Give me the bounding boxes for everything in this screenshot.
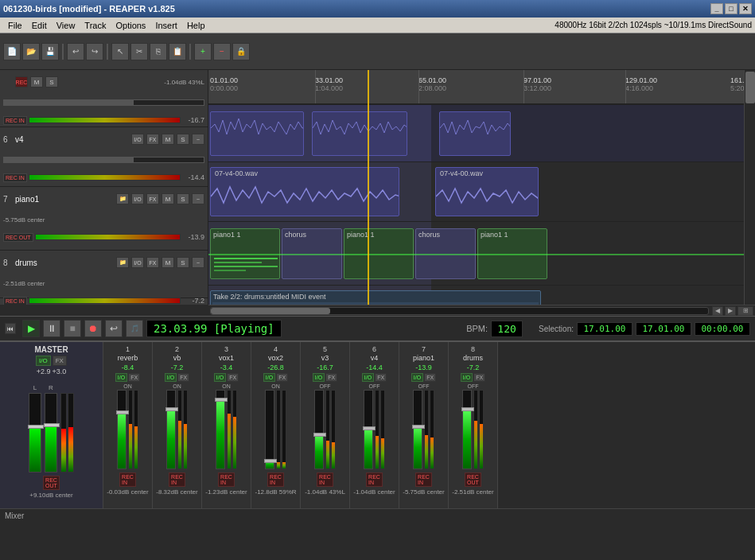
ch-5-fx[interactable]: FX [325, 373, 337, 382]
master-io-btn[interactable]: I/O [36, 356, 51, 366]
track-6-solo[interactable]: S [177, 134, 189, 145]
master-r-thumb[interactable] [44, 423, 60, 427]
track-1-solo[interactable]: S [45, 76, 58, 88]
maximize-button[interactable]: □ [725, 3, 737, 14]
menu-options[interactable]: Options [111, 19, 150, 32]
ch-1-thumb[interactable] [116, 410, 129, 414]
ch-7-rec[interactable]: RECIN [415, 472, 432, 487]
stop-button[interactable]: ■ [64, 320, 81, 337]
ch-1-fx[interactable]: FX [128, 373, 140, 382]
track-7-mute[interactable]: M [162, 193, 174, 204]
track-7-env[interactable]: ~ [192, 193, 204, 204]
track-7-io[interactable]: I/O [131, 193, 144, 204]
h-scrollbar-thumb[interactable] [211, 308, 330, 314]
ch-6-io[interactable]: I/O [362, 373, 374, 382]
ch-1-fader[interactable] [117, 390, 126, 469]
ch-3-io[interactable]: I/O [214, 373, 226, 382]
ch-3-fader[interactable] [216, 390, 225, 469]
click-button[interactable]: 🎵 [126, 320, 143, 337]
ch-5-io[interactable]: I/O [313, 373, 325, 382]
ch-8-thumb[interactable] [461, 407, 474, 411]
toolbar-redo[interactable]: ↪ [86, 43, 103, 60]
track-6-fx[interactable]: FX [146, 134, 159, 145]
menu-track[interactable]: Track [80, 19, 111, 32]
ch-4-fader[interactable] [265, 390, 274, 469]
ch-6-fx[interactable]: FX [375, 373, 387, 382]
track-7-solo[interactable]: S [177, 193, 189, 204]
ch-4-io[interactable]: I/O [263, 373, 275, 382]
ch-8-fx[interactable]: FX [473, 373, 485, 382]
track-7-folder[interactable]: 📁 [116, 193, 129, 204]
v4-clip-2[interactable]: 07-v4-00.wav [435, 167, 539, 216]
ch-2-fx[interactable]: FX [177, 373, 189, 382]
toolbar-save[interactable]: 💾 [41, 43, 59, 60]
track-6-mute[interactable]: M [162, 134, 174, 145]
audio-clip-1b[interactable] [312, 111, 407, 156]
toolbar-new[interactable]: 📄 [3, 43, 21, 60]
track-8-folder[interactable]: 📁 [116, 257, 129, 268]
ch-6-rec[interactable]: RECIN [366, 472, 383, 487]
vertical-scrollbar[interactable] [744, 70, 755, 305]
track-1-rec[interactable]: REC [15, 76, 28, 88]
scroll-left-btn[interactable]: ◀ [712, 306, 723, 316]
ch-3-fx[interactable]: FX [227, 373, 239, 382]
track-6-env[interactable]: ~ [192, 134, 204, 145]
menu-view[interactable]: View [52, 19, 80, 32]
h-scrollbar-track[interactable] [210, 307, 709, 315]
ch-1-io[interactable]: I/O [115, 373, 127, 382]
ch-6-thumb[interactable] [363, 426, 376, 430]
track-6-fader[interactable] [3, 157, 204, 163]
master-r-fader[interactable] [45, 393, 57, 472]
ch-4-rec[interactable]: RECIN [267, 472, 284, 487]
v4-clip-1[interactable]: 07-v4-00.wav [210, 167, 399, 216]
ch-8-io[interactable]: I/O [461, 373, 473, 382]
menu-edit[interactable]: Edit [27, 19, 52, 32]
ch-5-fader[interactable] [314, 390, 324, 469]
toolbar-zoom-in[interactable]: + [194, 43, 212, 60]
track-8-fx[interactable]: FX [146, 257, 159, 268]
track-8-solo[interactable]: S [177, 257, 189, 268]
track-6-io[interactable]: I/O [131, 134, 144, 145]
master-l-fader[interactable] [29, 393, 41, 472]
track-1-mute[interactable]: M [30, 76, 43, 88]
menu-insert[interactable]: Insert [150, 19, 182, 32]
toolbar-cut[interactable]: ✂ [130, 43, 148, 60]
toolbar-copy[interactable]: ⎘ [150, 43, 167, 60]
ch-3-rec[interactable]: RECIN [218, 472, 235, 487]
track-8-env[interactable]: ~ [192, 257, 204, 268]
ch-5-thumb[interactable] [313, 433, 326, 437]
toolbar-paste[interactable]: 📋 [169, 43, 186, 60]
toolbar-lock[interactable]: 🔒 [232, 43, 250, 60]
ch-8-rec[interactable]: RECOUT [465, 472, 481, 487]
sel-len[interactable]: 00:00.00 [695, 322, 750, 336]
play-button[interactable]: ▶ [22, 320, 40, 337]
ch-5-rec[interactable]: RECIN [317, 472, 333, 487]
master-l-thumb[interactable] [28, 425, 44, 429]
toolbar-open[interactable]: 📂 [22, 43, 40, 60]
go-start-btn[interactable]: ⏮ [5, 323, 16, 334]
ch-7-io[interactable]: I/O [411, 373, 423, 382]
bpm-value[interactable]: 120 [491, 321, 523, 337]
ch-2-thumb[interactable] [165, 407, 178, 411]
ch-7-fx[interactable]: FX [424, 373, 436, 382]
ch-4-fx[interactable]: FX [276, 373, 288, 382]
ch-7-thumb[interactable] [412, 425, 425, 429]
track-1-fader[interactable] [3, 99, 204, 106]
menu-help[interactable]: Help [182, 19, 210, 32]
sel-start[interactable]: 17.01.00 [577, 322, 632, 336]
scroll-right-btn[interactable]: ▶ [725, 306, 736, 316]
ch-7-fader[interactable] [413, 390, 422, 469]
ch-3-thumb[interactable] [215, 398, 228, 402]
record-button[interactable]: ⏺ [84, 320, 102, 337]
ch-2-io[interactable]: I/O [165, 373, 177, 382]
drums-clip[interactable]: Take 2/2: drums:untitled MIDI event [210, 290, 541, 305]
close-button[interactable]: ✕ [739, 3, 752, 14]
loop-button[interactable]: ↩ [105, 320, 123, 337]
menu-file[interactable]: File [3, 19, 27, 32]
sel-end[interactable]: 17.01.00 [636, 322, 691, 336]
track-7-fx[interactable]: FX [146, 193, 159, 204]
ch-2-rec[interactable]: RECIN [169, 472, 185, 487]
master-fx-btn[interactable]: FX [53, 356, 67, 366]
track-8-mute[interactable]: M [162, 257, 174, 268]
toolbar-zoom-out[interactable]: − [213, 43, 231, 60]
